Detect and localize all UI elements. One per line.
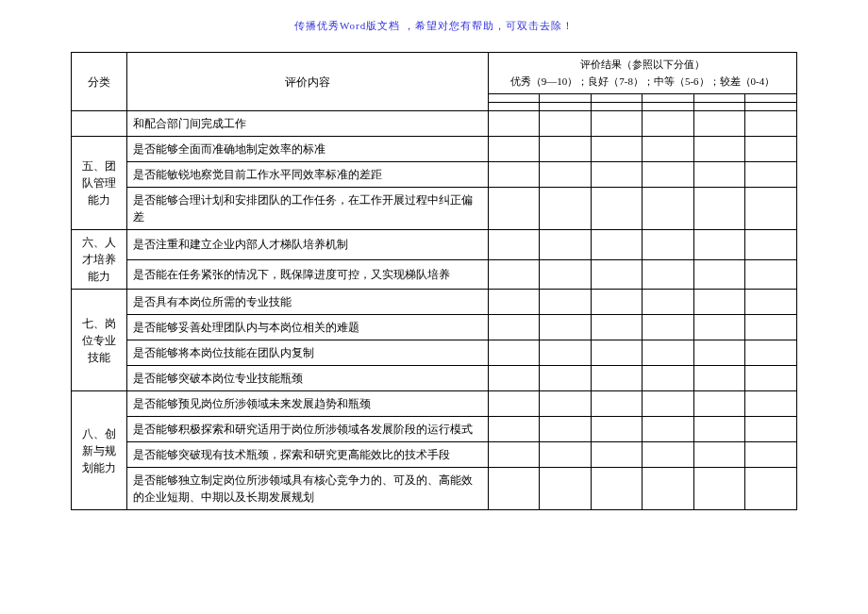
score-cell bbox=[540, 162, 591, 188]
score-cell bbox=[643, 340, 693, 366]
score-cell bbox=[488, 315, 539, 340]
score-cell bbox=[591, 315, 642, 340]
table-row: 和配合部门间完成工作 bbox=[72, 111, 797, 137]
score-cell bbox=[745, 230, 797, 260]
score-cell bbox=[745, 391, 797, 417]
score-cell bbox=[643, 391, 693, 417]
score-cell bbox=[488, 417, 539, 442]
score-cell bbox=[693, 111, 744, 137]
score-cell bbox=[643, 259, 693, 290]
score-col-4 bbox=[643, 94, 693, 103]
score-cell bbox=[591, 188, 642, 230]
score-cell bbox=[540, 442, 591, 468]
score-col-3b bbox=[591, 103, 642, 111]
score-cell bbox=[693, 137, 744, 162]
score-cell bbox=[693, 366, 744, 391]
score-col-6b bbox=[745, 103, 797, 111]
score-cell bbox=[591, 391, 642, 417]
table-row: 六、人才培养能力是否注重和建立企业内部人才梯队培养机制 bbox=[72, 230, 797, 260]
table-row: 五、团队管理能力是否能够全面而准确地制定效率的标准 bbox=[72, 137, 797, 162]
content-cell: 是否具有本岗位所需的专业技能 bbox=[126, 290, 488, 315]
header-category: 分类 bbox=[72, 53, 127, 111]
table-row: 是否能够合理计划和安排团队的工作任务，在工作开展过程中纠正偏差 bbox=[72, 188, 797, 230]
score-cell bbox=[643, 442, 693, 468]
content-cell: 是否能够突破本岗位专业技能瓶颈 bbox=[126, 366, 488, 391]
score-cell bbox=[488, 340, 539, 366]
score-cell bbox=[693, 162, 744, 188]
score-cell bbox=[693, 340, 744, 366]
score-cell bbox=[540, 340, 591, 366]
score-cell bbox=[745, 340, 797, 366]
score-cell bbox=[693, 315, 744, 340]
score-cell bbox=[488, 137, 539, 162]
score-cell bbox=[591, 468, 642, 510]
score-col-5b bbox=[693, 103, 744, 111]
content-cell: 是否能够全面而准确地制定效率的标准 bbox=[126, 137, 488, 162]
score-cell bbox=[643, 290, 693, 315]
score-cell bbox=[540, 188, 591, 230]
banner-text: 传播优秀Word版文档 ，希望对您有帮助，可双击去除！ bbox=[71, 19, 797, 33]
score-cell bbox=[591, 111, 642, 137]
score-col-2b bbox=[540, 103, 591, 111]
content-cell: 是否注重和建立企业内部人才梯队培养机制 bbox=[126, 230, 488, 260]
header-result: 评价结果（参照以下分值） 优秀（9—10）；良好（7-8）；中等（5-6）；较差… bbox=[488, 53, 796, 94]
score-cell bbox=[488, 391, 539, 417]
evaluation-table: 分类 评价内容 评价结果（参照以下分值） 优秀（9—10）；良好（7-8）；中等… bbox=[71, 52, 797, 510]
content-cell: 是否能够突破现有技术瓶颈，探索和研究更高能效比的技术手段 bbox=[126, 442, 488, 468]
score-col-4b bbox=[643, 103, 693, 111]
table-row: 是否能够积极探索和研究适用于岗位所涉领域各发展阶段的运行模式 bbox=[72, 417, 797, 442]
table-row: 七、岗位专业技能是否具有本岗位所需的专业技能 bbox=[72, 290, 797, 315]
category-cell: 八、创新与规划能力 bbox=[72, 391, 127, 510]
score-cell bbox=[540, 417, 591, 442]
score-cell bbox=[540, 259, 591, 290]
score-cell bbox=[745, 259, 797, 290]
score-cell bbox=[488, 188, 539, 230]
category-cell: 六、人才培养能力 bbox=[72, 230, 127, 290]
score-cell bbox=[591, 230, 642, 260]
score-col-3 bbox=[591, 94, 642, 103]
score-cell bbox=[488, 230, 539, 260]
score-col-6 bbox=[745, 94, 797, 103]
score-cell bbox=[591, 137, 642, 162]
score-cell bbox=[693, 468, 744, 510]
table-row: 是否能够妥善处理团队内与本岗位相关的难题 bbox=[72, 315, 797, 340]
score-cell bbox=[745, 468, 797, 510]
score-cell bbox=[643, 315, 693, 340]
table-row: 是否能敏锐地察觉目前工作水平同效率标准的差距 bbox=[72, 162, 797, 188]
score-cell bbox=[745, 111, 797, 137]
score-cell bbox=[643, 230, 693, 260]
score-cell bbox=[745, 188, 797, 230]
score-cell bbox=[643, 111, 693, 137]
score-cell bbox=[591, 442, 642, 468]
content-cell: 是否能够将本岗位技能在团队内复制 bbox=[126, 340, 488, 366]
content-cell: 是否能够积极探索和研究适用于岗位所涉领域各发展阶段的运行模式 bbox=[126, 417, 488, 442]
score-cell bbox=[540, 468, 591, 510]
score-cell bbox=[591, 290, 642, 315]
score-cell bbox=[591, 162, 642, 188]
score-cell bbox=[745, 315, 797, 340]
score-cell bbox=[693, 188, 744, 230]
score-col-2 bbox=[540, 94, 591, 103]
score-cell bbox=[643, 417, 693, 442]
score-cell bbox=[488, 442, 539, 468]
score-cell bbox=[540, 137, 591, 162]
score-cell bbox=[643, 366, 693, 391]
score-cell bbox=[643, 162, 693, 188]
score-cell bbox=[540, 315, 591, 340]
score-cell bbox=[693, 259, 744, 290]
score-col-5 bbox=[693, 94, 744, 103]
content-cell: 是否能够妥善处理团队内与本岗位相关的难题 bbox=[126, 315, 488, 340]
score-col-1 bbox=[488, 94, 539, 103]
score-cell bbox=[488, 162, 539, 188]
score-cell bbox=[591, 417, 642, 442]
score-cell bbox=[643, 137, 693, 162]
score-cell bbox=[693, 391, 744, 417]
score-cell bbox=[540, 111, 591, 137]
score-cell bbox=[745, 290, 797, 315]
category-cell: 七、岗位专业技能 bbox=[72, 290, 127, 391]
score-cell bbox=[693, 290, 744, 315]
score-cell bbox=[745, 137, 797, 162]
score-cell bbox=[693, 417, 744, 442]
table-row: 是否能在任务紧张的情况下，既保障进度可控，又实现梯队培养 bbox=[72, 259, 797, 290]
table-row: 八、创新与规划能力是否能够预见岗位所涉领域未来发展趋势和瓶颈 bbox=[72, 391, 797, 417]
